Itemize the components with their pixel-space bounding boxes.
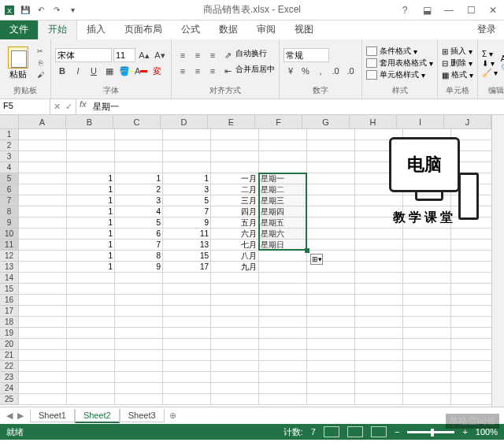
row-header[interactable]: 16 bbox=[0, 295, 19, 306]
col-header[interactable]: B bbox=[66, 115, 113, 129]
cell[interactable]: 5 bbox=[163, 195, 211, 206]
row-header[interactable]: 9 bbox=[0, 217, 19, 229]
cell[interactable] bbox=[403, 273, 451, 284]
row-header[interactable]: 7 bbox=[0, 195, 19, 206]
cell[interactable]: 8 bbox=[115, 251, 163, 262]
col-header[interactable]: H bbox=[350, 115, 397, 129]
cell[interactable] bbox=[259, 350, 307, 361]
cell[interactable] bbox=[355, 240, 403, 251]
tab-formula[interactable]: 公式 bbox=[172, 20, 209, 39]
cell[interactable] bbox=[19, 361, 67, 372]
cell[interactable] bbox=[307, 372, 355, 383]
select-all-corner[interactable] bbox=[0, 115, 19, 129]
cell[interactable] bbox=[403, 251, 451, 262]
cell[interactable] bbox=[19, 151, 67, 162]
cell[interactable] bbox=[355, 339, 403, 350]
cell[interactable] bbox=[115, 129, 163, 140]
cell[interactable] bbox=[211, 284, 259, 295]
tab-review[interactable]: 审阅 bbox=[247, 20, 285, 39]
cell[interactable] bbox=[307, 162, 355, 173]
cell[interactable] bbox=[115, 339, 163, 350]
page-break-view-icon[interactable] bbox=[371, 426, 387, 437]
cell[interactable]: 13 bbox=[163, 240, 211, 251]
fill-button[interactable]: ⬇ ▾ bbox=[482, 59, 498, 68]
row-header[interactable]: 3 bbox=[0, 151, 19, 162]
conditional-format-button[interactable]: 条件格式 ▾ bbox=[366, 46, 433, 57]
cell[interactable] bbox=[163, 361, 211, 372]
row-header[interactable]: 18 bbox=[0, 317, 19, 328]
cell[interactable] bbox=[211, 129, 259, 140]
cell[interactable]: 星期五 bbox=[259, 217, 307, 229]
signin-link[interactable]: 登录 bbox=[468, 20, 504, 39]
cell[interactable] bbox=[115, 273, 163, 284]
align-right-icon[interactable]: ≡ bbox=[206, 64, 220, 78]
grow-font-icon[interactable]: A▴ bbox=[137, 48, 151, 62]
cell[interactable] bbox=[19, 195, 67, 206]
cell[interactable] bbox=[307, 328, 355, 339]
cell[interactable] bbox=[19, 229, 67, 240]
row-header[interactable]: 6 bbox=[0, 184, 19, 195]
sort-filter-button[interactable]: A▾ bbox=[501, 54, 504, 63]
cell[interactable] bbox=[355, 317, 403, 328]
cell[interactable] bbox=[19, 295, 67, 306]
cell[interactable] bbox=[67, 151, 115, 162]
cell[interactable] bbox=[355, 284, 403, 295]
row-header[interactable]: 10 bbox=[0, 229, 19, 240]
delete-cells-button[interactable]: ⊟ 删除 ▾ bbox=[442, 58, 473, 69]
cell[interactable]: 9 bbox=[163, 217, 211, 229]
cell[interactable] bbox=[259, 262, 307, 273]
cell[interactable] bbox=[307, 140, 355, 151]
cell[interactable] bbox=[403, 229, 451, 240]
cell[interactable] bbox=[67, 317, 115, 328]
cell[interactable] bbox=[307, 195, 355, 206]
cell[interactable] bbox=[355, 394, 403, 405]
cell[interactable]: 三月 bbox=[211, 195, 259, 206]
cell[interactable] bbox=[115, 350, 163, 361]
cell[interactable] bbox=[115, 284, 163, 295]
row-header[interactable]: 4 bbox=[0, 162, 19, 173]
sheet-tab-2[interactable]: Sheet2 bbox=[75, 409, 120, 423]
cell[interactable] bbox=[67, 162, 115, 173]
percent-icon[interactable]: % bbox=[298, 64, 313, 78]
cell[interactable] bbox=[163, 284, 211, 295]
cell[interactable] bbox=[115, 151, 163, 162]
cell[interactable] bbox=[19, 262, 67, 273]
cell[interactable] bbox=[403, 240, 451, 251]
cell[interactable] bbox=[355, 328, 403, 339]
cell[interactable] bbox=[307, 217, 355, 229]
cell[interactable] bbox=[355, 251, 403, 262]
cell[interactable] bbox=[307, 383, 355, 394]
cell[interactable] bbox=[307, 394, 355, 405]
cell[interactable]: 5 bbox=[115, 217, 163, 229]
row-header[interactable]: 12 bbox=[0, 251, 19, 262]
cell[interactable] bbox=[307, 350, 355, 361]
font-name-combo[interactable]: 宋体 bbox=[55, 48, 112, 62]
fill-handle[interactable] bbox=[305, 248, 309, 253]
column-headers[interactable]: ABCDEFGHIJ bbox=[19, 115, 491, 129]
cell[interactable] bbox=[403, 284, 451, 295]
cell[interactable] bbox=[355, 273, 403, 284]
cell[interactable] bbox=[19, 273, 67, 284]
cell[interactable] bbox=[19, 184, 67, 195]
paste-button[interactable]: 粘贴 bbox=[4, 46, 32, 80]
row-header[interactable]: 2 bbox=[0, 140, 19, 151]
cell[interactable]: 3 bbox=[163, 184, 211, 195]
cell[interactable] bbox=[307, 295, 355, 306]
cell[interactable] bbox=[19, 162, 67, 173]
name-box[interactable]: F5 bbox=[0, 99, 50, 114]
cell[interactable] bbox=[211, 361, 259, 372]
cell[interactable]: 七月 bbox=[211, 240, 259, 251]
zoom-slider[interactable] bbox=[407, 431, 454, 433]
cell[interactable] bbox=[19, 140, 67, 151]
cell[interactable] bbox=[115, 394, 163, 405]
tab-data[interactable]: 数据 bbox=[209, 20, 247, 39]
border-button[interactable]: ▦ bbox=[102, 64, 117, 78]
cell[interactable]: 11 bbox=[163, 229, 211, 240]
cell[interactable] bbox=[19, 173, 67, 184]
cell[interactable] bbox=[67, 284, 115, 295]
cell[interactable] bbox=[19, 394, 67, 405]
spreadsheet-grid[interactable]: ABCDEFGHIJ 12345678910111213141516171819… bbox=[0, 115, 504, 407]
bold-button[interactable]: B bbox=[55, 64, 69, 78]
autosum-button[interactable]: Σ ▾ bbox=[482, 50, 498, 58]
qat-more-icon[interactable]: ▾ bbox=[66, 4, 79, 17]
